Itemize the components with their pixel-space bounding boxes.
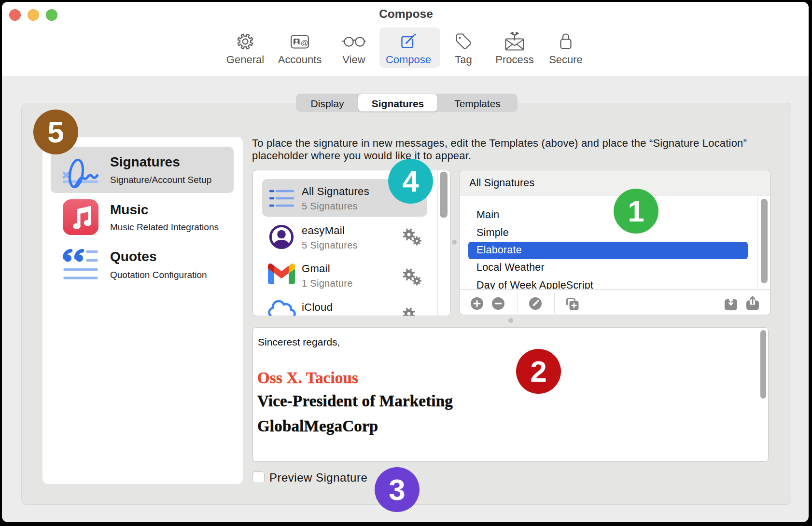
svg-text:@: @ [301,38,308,46]
